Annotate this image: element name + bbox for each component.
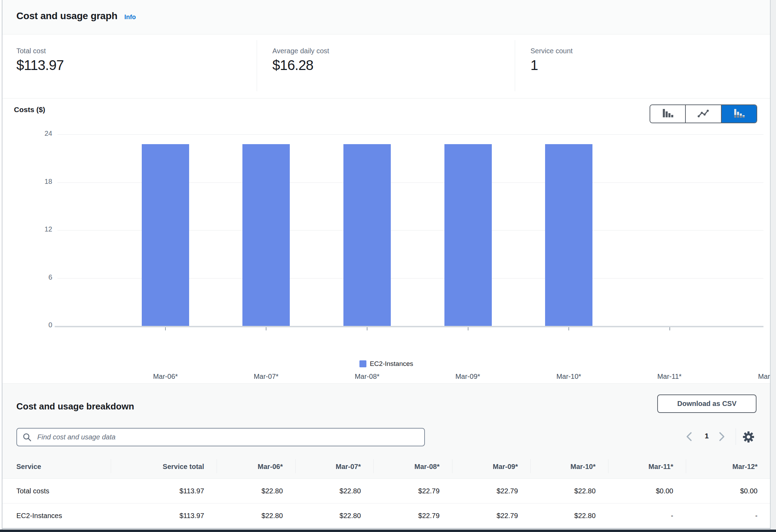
chart-y-axis-title: Costs ($) [14,105,45,114]
chart-plot-area: 24 18 12 6 0 Mar-06* Mar-07* Mar-08* Mar… [57,134,763,326]
column-header: Service total [111,455,217,478]
page-header: Cost and usage graph Info [2,0,770,34]
table-cell: - [608,503,686,528]
x-axis-label: Mar-07* [216,373,317,381]
table-cell: $0.00 [608,479,686,503]
table-cell: $22.79 [373,503,452,528]
chart-bar[interactable] [545,144,592,326]
info-link[interactable]: Info [124,14,136,21]
legend-color-swatch [359,360,366,367]
x-axis-tick [568,327,569,330]
table-cell: EC2-Instances [2,503,111,528]
legend-item-ec2-instances[interactable]: EC2-Instances [359,360,413,368]
stat-value: $16.28 [272,57,313,73]
vertical-scrollbar[interactable] [770,0,776,530]
column-header: Service [2,455,111,478]
x-axis-tick [468,327,468,330]
current-page-number[interactable]: 1 [700,432,714,440]
line-chart-icon [698,109,709,118]
y-axis-tick-label: 6 [31,273,52,281]
stat-label: Average daily cost [272,47,329,55]
breakdown-table: Service Service total Mar-06* Mar-07* Ma… [2,455,770,529]
table-cell: $0.00 [686,479,770,503]
console-footer-bar [0,530,776,532]
table-cell: $22.80 [217,503,295,528]
chart-bar[interactable] [444,144,492,326]
table-cell: $22.80 [530,479,608,503]
bar-chart-icon [662,109,674,119]
stacked-bar-chart-toggle-button[interactable] [721,105,756,123]
column-header: Mar-12* [686,455,770,478]
stat-label: Service count [530,47,573,55]
search-box [16,428,425,446]
search-input[interactable] [16,428,425,446]
page-title: Cost and usage graph [16,10,117,22]
x-axis-label: Mar-08* [317,373,418,381]
stat-value: 1 [530,57,538,73]
table-cell: $113.97 [111,503,217,528]
x-axis-label: Mar-06* [115,373,216,381]
toolbar-divider [736,428,736,445]
y-axis-tick-label: 0 [31,321,52,329]
column-header: Mar-09* [452,455,530,478]
column-header: Mar-06* [217,455,295,478]
bar-chart-toggle-button[interactable] [650,105,685,123]
y-axis-tick-label: 12 [31,225,52,233]
column-header: Mar-07* [295,455,373,478]
stat-divider [515,40,515,91]
chart-bar[interactable] [343,144,391,326]
stat-value: $113.97 [16,57,64,73]
y-axis-tick-label: 18 [31,178,52,186]
chart-bar[interactable] [242,144,290,326]
summary-stats: Total cost $113.97 Average daily cost $1… [2,34,770,99]
table-header-row: Service Service total Mar-06* Mar-07* Ma… [2,455,770,478]
table-cell: $22.80 [295,479,373,503]
chevron-left-icon [684,431,694,443]
line-chart-toggle-button[interactable] [685,105,721,123]
download-csv-button[interactable]: Download as CSV [657,394,756,413]
x-axis-label: Mar-10* [518,373,619,381]
chart-legend: EC2-Instances [2,360,770,368]
column-header: Mar-10* [530,455,608,478]
x-axis-label: Mar-11* [619,373,720,381]
x-axis-tick [165,327,166,330]
table-cell: - [686,503,770,528]
table-cell: $22.79 [452,503,530,528]
y-axis-tick-label: 24 [31,130,52,138]
chart-type-toggle [650,104,757,123]
column-header: Mar-11* [608,455,686,478]
x-axis-line [55,326,763,327]
legend-label: EC2-Instances [370,360,413,368]
breakdown-title: Cost and usage breakdown [16,401,134,412]
table-row-ec2-instances: EC2-Instances $113.97 $22.80 $22.80 $22.… [2,503,770,528]
table-cell: $22.79 [452,479,530,503]
table-bottom-border [2,528,770,529]
table-settings-button[interactable] [742,430,755,444]
chart-bar[interactable] [142,144,189,326]
next-page-button[interactable] [716,431,727,443]
previous-page-button[interactable] [684,431,694,443]
table-cell: $22.80 [217,479,295,503]
stacked-bar-chart-icon [733,109,745,119]
x-axis-label: Mar-12* [720,373,776,381]
cost-usage-chart: Costs ($) [2,99,770,383]
x-axis-tick [266,327,266,330]
table-cell: $113.97 [111,479,217,503]
gear-icon [742,430,755,444]
stat-label: Total cost [16,47,46,55]
x-axis-tick [669,327,670,330]
table-row-total-costs: Total costs $113.97 $22.80 $22.80 $22.79… [2,478,770,503]
stat-divider [257,40,257,91]
table-cell: $22.79 [373,479,452,503]
cost-explorer-page: Cost and usage graph Info Total cost $11… [0,0,776,532]
column-header: Mar-08* [373,455,452,478]
x-axis-label: Mar-09* [417,373,518,381]
table-cell: $22.80 [295,503,373,528]
x-axis-tick [367,327,367,330]
page-left-border [2,0,2,530]
chevron-right-icon [716,431,727,443]
table-cell: $22.80 [530,503,608,528]
cost-usage-breakdown: Cost and usage breakdown Download as CSV… [2,383,770,530]
table-cell: Total costs [2,479,111,503]
gridline [57,134,763,135]
